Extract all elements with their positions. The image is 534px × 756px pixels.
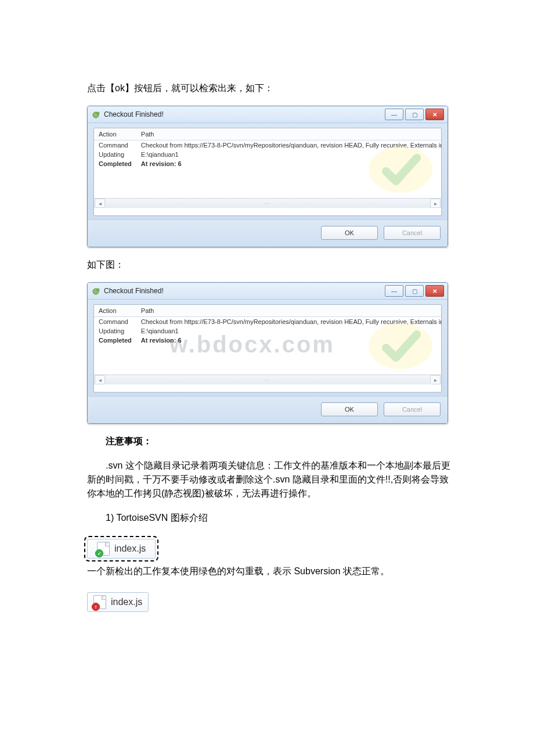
- notes-body: .svn 这个隐藏目录记录着两项关键信息：工作文件的基准版本和一个本地副本最后更…: [87, 459, 453, 501]
- h-scrollbar[interactable]: ◂ ⋯ ▸: [94, 375, 441, 384]
- checkout-dialog-2: Checkout Finished! — ▢ ✕ w.bdocx.com Act…: [87, 282, 448, 424]
- overlay-modified-icon: !: [92, 603, 100, 611]
- table-row: Updating E:\qianduan1: [94, 326, 441, 336]
- file-name: index.js: [114, 543, 146, 554]
- col-action: Action: [94, 305, 136, 317]
- titlebar: Checkout Finished! — ▢ ✕: [88, 106, 448, 123]
- caption-normal: 一个新检出的工作复本使用绿色的对勾重载，表示 Subversion 状态正常。: [87, 564, 453, 578]
- table-row: Completed At revision: 6: [94, 159, 441, 168]
- maximize-button[interactable]: ▢: [405, 109, 424, 120]
- scroll-left-icon[interactable]: ◂: [95, 375, 105, 384]
- col-path: Path: [136, 128, 441, 141]
- titlebar: Checkout Finished! — ▢ ✕: [88, 283, 448, 300]
- table-row: Updating E:\qianduan1: [94, 150, 441, 159]
- file-item-modified: ! index.js: [87, 592, 149, 612]
- dialog-title: Checkout Finished!: [104, 287, 383, 295]
- maximize-button[interactable]: ▢: [405, 285, 424, 297]
- col-action: Action: [94, 128, 136, 141]
- col-path: Path: [136, 305, 441, 317]
- svg-point-4: [97, 289, 99, 291]
- file-item-normal: ✓ index.js: [87, 539, 156, 559]
- file-icon: ✓: [97, 542, 110, 556]
- section-1-heading: 1) TortoiseSVN 图标介绍: [87, 511, 453, 525]
- dialog-title: Checkout Finished!: [104, 110, 383, 118]
- close-button[interactable]: ✕: [425, 109, 444, 120]
- log-panel: Action Path Command Checkout from https:…: [93, 128, 442, 216]
- scroll-track[interactable]: ⋯: [106, 200, 430, 207]
- log-panel: w.bdocx.com Action Path Comman: [93, 304, 442, 393]
- scroll-right-icon[interactable]: ▸: [430, 199, 441, 208]
- cancel-button[interactable]: Cancel: [384, 226, 441, 240]
- cancel-button[interactable]: Cancel: [384, 402, 441, 416]
- scroll-track[interactable]: ⋯: [106, 377, 430, 383]
- svg-point-1: [97, 112, 99, 114]
- minimize-button[interactable]: —: [385, 285, 403, 297]
- minimize-button[interactable]: —: [385, 109, 403, 120]
- tortoise-icon: [91, 110, 100, 119]
- intro-text-1: 点击【ok】按钮后，就可以检索出来，如下：: [87, 81, 453, 95]
- ok-button[interactable]: OK: [321, 226, 378, 240]
- file-name: index.js: [111, 597, 142, 607]
- overlay-normal-icon: ✓: [95, 549, 103, 557]
- scroll-right-icon[interactable]: ▸: [430, 375, 441, 384]
- file-icon: !: [93, 595, 106, 609]
- tortoise-icon: [91, 286, 100, 296]
- ok-button[interactable]: OK: [321, 402, 378, 416]
- notes-heading: 注意事项：: [87, 434, 453, 448]
- table-row: Completed At revision: 6: [94, 336, 441, 345]
- table-row: Command Checkout from https://E73-8-PC/s…: [94, 317, 441, 327]
- scroll-left-icon[interactable]: ◂: [95, 199, 105, 208]
- h-scrollbar[interactable]: ◂ ⋯ ▸: [94, 198, 441, 208]
- intro-text-2: 如下图：: [87, 258, 453, 272]
- close-button[interactable]: ✕: [425, 285, 444, 297]
- checkout-dialog-1: Checkout Finished! — ▢ ✕ Action Path: [87, 106, 448, 247]
- table-row: Command Checkout from https://E73-8-PC/s…: [94, 141, 441, 150]
